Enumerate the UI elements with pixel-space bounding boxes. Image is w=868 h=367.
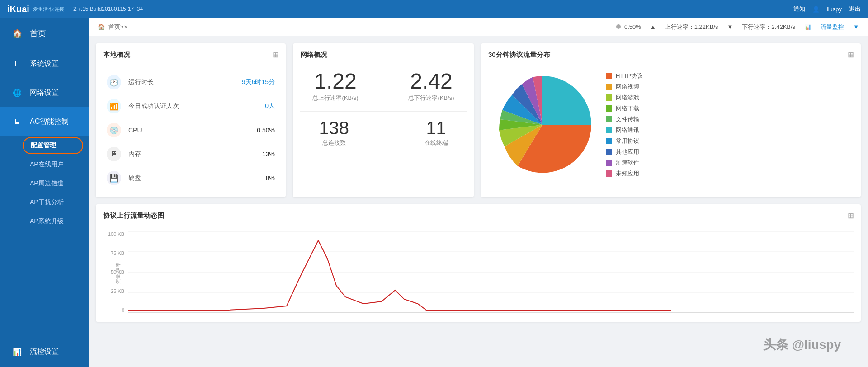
upload-arrow-icon: ▲ (650, 24, 656, 30)
network-count-stats: 138 总连接数 11 在线终端 (300, 111, 467, 147)
cpu-icon: 💿 (107, 123, 121, 137)
uptime-label: 运行时长 (128, 78, 242, 86)
sidebar-system-label: 系统设置 (30, 59, 59, 69)
local-overview-title: 本地概况 ⊞ (103, 51, 278, 63)
main-layout: 🏠 首页 🖥 系统设置 🌐 网络设置 🖥 AC智能控制 配置管理 AP在线用户 … (0, 18, 868, 367)
local-title-text: 本地概况 (103, 51, 130, 58)
memory-icon: 🖥 (107, 147, 121, 161)
legend-color-7 (606, 149, 612, 155)
notify-button[interactable]: 通知 (793, 5, 805, 13)
download-stat: 2.42 总下行速率(KB/s) (408, 71, 454, 102)
flow-icon: 📊 (11, 345, 24, 358)
disk-label: 硬盘 (128, 174, 266, 182)
traffic-monitor-label[interactable]: 流量监控 (821, 23, 844, 31)
home-breadcrumb-icon: 🏠 (98, 24, 105, 30)
disk-icon: 💾 (107, 171, 121, 185)
cpu-label: CPU (128, 127, 257, 134)
download-arrow-icon: ▼ (727, 24, 733, 30)
sidebar-item-ac[interactable]: 🖥 AC智能控制 (0, 107, 89, 136)
legend-item-4: 文件传输 (606, 115, 643, 123)
legend-item-9: 未知应用 (606, 169, 643, 178)
chart-area-wrapper: 100 KB 75 KB 50 KB 25 KB 0 (103, 231, 854, 315)
sidebar-home-label: 首页 (30, 28, 46, 39)
legend-item-5: 网络通讯 (606, 126, 643, 134)
sidebar-sub-config[interactable]: 配置管理 (23, 137, 83, 154)
protocol-chart-card: 30分钟协议流量分布 ⊞ (481, 43, 861, 197)
sidebar-sub-ap-users-label: AP在线用户 (30, 160, 64, 168)
flow-expand-icon[interactable]: ⊞ (848, 212, 854, 220)
legend-color-2 (606, 94, 612, 101)
legend-label-7: 其他应用 (616, 148, 639, 156)
sidebar-item-system[interactable]: 🖥 系统设置 (0, 49, 89, 78)
ac-icon: 🖥 (11, 115, 24, 128)
network-icon: 🌐 (11, 86, 24, 99)
sidebar-sub-ap-channel[interactable]: AP周边信道 (0, 174, 89, 193)
sidebar-item-network[interactable]: 🌐 网络设置 (0, 78, 89, 107)
terminals-label: 在线终端 (425, 139, 448, 147)
disk-value: 8% (266, 174, 275, 182)
local-expand-icon[interactable]: ⊞ (273, 51, 278, 59)
sidebar-sub-ap-channel-label: AP周边信道 (30, 179, 64, 187)
system-icon: 🖥 (11, 57, 24, 70)
home-icon: 🏠 (11, 27, 24, 40)
connections-label: 总连接数 (319, 139, 349, 147)
logout-button[interactable]: 退出 (849, 5, 861, 13)
legend-color-5 (606, 127, 612, 133)
legend-label-0: HTTP协议 (616, 72, 643, 80)
sidebar-item-home[interactable]: 🏠 首页 (0, 18, 89, 49)
y-label-75kb: 75 KB (103, 250, 124, 256)
cpu-value: 0.50% (624, 24, 641, 30)
auth-row: 📶 今日成功认证人次 0人 (103, 94, 278, 118)
network-speed-stats: 1.22 总上行速率(KB/s) 2.42 总下行速率(KB/s) (300, 71, 467, 102)
legend-label-1: 网络视频 (616, 83, 639, 91)
version-text: 2.7.15 Build20180115-17_34 (73, 6, 143, 12)
sidebar-item-flow[interactable]: 📊 流控设置 (0, 336, 89, 367)
sidebar-network-label: 网络设置 (30, 88, 59, 98)
sidebar-sub-ap-upgrade-label: AP系统升级 (30, 217, 64, 225)
header: iKuai 爱生活·快连接 2.7.15 Build20180115-17_34… (0, 0, 868, 18)
legend-label-8: 测速软件 (616, 159, 639, 167)
cpu-status: 0.50% (616, 24, 641, 30)
network-overview-title: 网络概况 (300, 51, 467, 63)
sidebar-sub-ap-interference[interactable]: AP干扰分析 (0, 193, 89, 212)
sidebar-sub-ap-upgrade[interactable]: AP系统升级 (0, 212, 89, 231)
legend-color-6 (606, 138, 612, 144)
legend-color-9 (606, 170, 612, 177)
pie-chart (488, 71, 597, 179)
auth-label: 今日成功认证人次 (128, 102, 265, 110)
network-overview-card: 网络概况 1.22 总上行速率(KB/s) 2.42 总下行速率(KB/s) (293, 43, 474, 197)
traffic-dropdown-icon[interactable]: ▼ (853, 24, 859, 30)
legend-label-6: 常用协议 (616, 137, 639, 145)
y-label-100kb: 100 KB (103, 231, 124, 237)
protocol-chart-content: HTTP协议网络视频网络游戏网络下载文件传输网络通讯常用协议其他应用测速软件未知… (488, 71, 854, 179)
legend-color-4 (606, 116, 612, 122)
sidebar: 🏠 首页 🖥 系统设置 🌐 网络设置 🖥 AC智能控制 配置管理 AP在线用户 … (0, 18, 89, 367)
sidebar-sub-ap-interference-label: AP干扰分析 (30, 198, 64, 206)
x-axis-label: 流量/速率 (115, 262, 122, 283)
protocol-expand-icon[interactable]: ⊞ (848, 51, 854, 59)
legend-item-0: HTTP协议 (606, 72, 643, 80)
upload-rate: 上行速率：1.22KB/s (665, 23, 718, 31)
cpu-dot (616, 24, 621, 29)
network-title-text: 网络概况 (300, 51, 327, 58)
wifi-icon: 📶 (107, 99, 121, 113)
memory-label: 内存 (128, 150, 262, 158)
stats-divider2 (387, 119, 387, 147)
header-right: 通知 👤 liuspy 退出 (793, 5, 861, 13)
legend-label-3: 网络下载 (616, 104, 639, 113)
flow-chart-card: 协议上行流量动态图 ⊞ 100 KB 75 KB 50 KB 25 KB 0 (96, 204, 861, 322)
chart-svg-area: 流量/速率 (128, 231, 854, 315)
sidebar-sub-ap-users[interactable]: AP在线用户 (0, 155, 89, 174)
legend-color-0 (606, 73, 612, 79)
topbar: 🏠 首页>> 0.50% ▲ 上行速率：1.22KB/s ▼ 下行速率：2.42… (89, 18, 868, 36)
connections-value: 138 (319, 119, 349, 137)
legend-label-2: 网络游戏 (616, 94, 639, 102)
legend-color-3 (606, 105, 612, 112)
traffic-monitor-icon: 📊 (804, 24, 811, 30)
memory-row: 🖥 内存 13% (103, 142, 278, 166)
y-label-25kb: 25 KB (103, 288, 124, 294)
download-speed-value: 2.42 (408, 71, 454, 92)
memory-value: 13% (262, 151, 275, 158)
flow-chart-svg (128, 231, 854, 313)
breadcrumb-text: 首页>> (108, 23, 127, 31)
